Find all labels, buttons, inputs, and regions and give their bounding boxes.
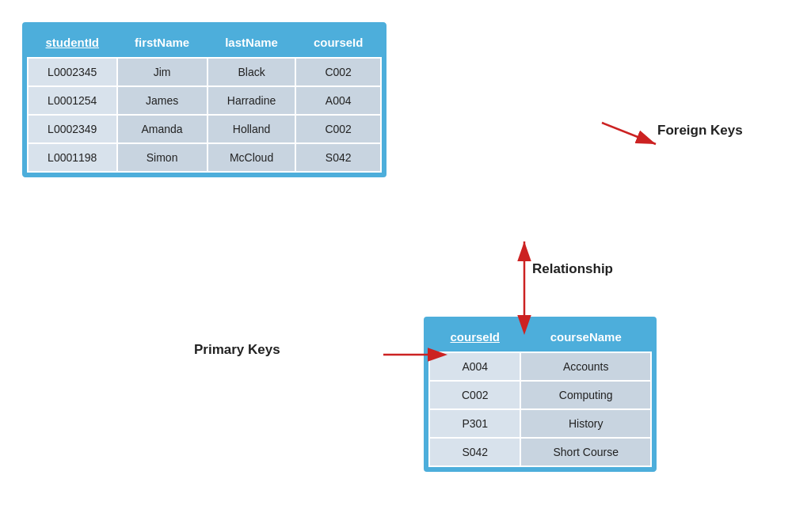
table-cell: A004 <box>429 352 520 381</box>
table-cell: Jim <box>117 58 208 86</box>
table-cell: Black <box>208 58 296 86</box>
table-cell: History <box>520 409 650 438</box>
table-row: A004Accounts <box>429 352 651 381</box>
table-cell: L0002345 <box>28 58 117 86</box>
table-cell: A004 <box>295 86 381 115</box>
table-cell: L0002349 <box>28 115 117 143</box>
table-row: L0001254JamesHarradineA004 <box>28 86 381 115</box>
diagram-container: studentId firstName lastName courseId L0… <box>0 0 811 532</box>
table-row: S042Short Course <box>429 438 651 466</box>
table-cell: Computing <box>520 381 650 409</box>
course-col-coursename: courseName <box>520 322 650 353</box>
table-cell: S042 <box>295 143 381 172</box>
relationship-label: Relationship <box>532 261 613 277</box>
course-table: courseId courseName A004AccountsC002Comp… <box>428 321 652 467</box>
table-cell: L0001198 <box>28 143 117 172</box>
table-cell: C002 <box>295 58 381 86</box>
table-cell: S042 <box>429 438 520 466</box>
table-cell: C002 <box>295 115 381 143</box>
table-cell: Holland <box>208 115 296 143</box>
student-col-studentid: studentId <box>28 28 117 59</box>
table-cell: L0001254 <box>28 86 117 115</box>
student-col-courseid: courseId <box>295 28 381 59</box>
table-cell: Amanda <box>117 115 208 143</box>
table-row: L0002349AmandaHollandC002 <box>28 115 381 143</box>
student-col-firstname: firstName <box>117 28 208 59</box>
svg-line-2 <box>602 123 656 144</box>
table-cell: McCloud <box>208 143 296 172</box>
table-cell: James <box>117 86 208 115</box>
student-table: studentId firstName lastName courseId L0… <box>27 27 382 173</box>
table-cell: C002 <box>429 381 520 409</box>
primary-keys-label: Primary Keys <box>194 342 280 358</box>
table-row: L0002345JimBlackC002 <box>28 58 381 86</box>
course-col-courseid: courseId <box>429 322 520 353</box>
table-row: L0001198SimonMcCloudS042 <box>28 143 381 172</box>
table-cell: Accounts <box>520 352 650 381</box>
table-cell: P301 <box>429 409 520 438</box>
student-col-lastname: lastName <box>208 28 296 59</box>
foreign-keys-label: Foreign Keys <box>657 123 743 139</box>
student-table-wrapper: studentId firstName lastName courseId L0… <box>22 22 386 177</box>
course-table-wrapper: courseId courseName A004AccountsC002Comp… <box>424 317 657 472</box>
table-row: C002Computing <box>429 381 651 409</box>
table-row: P301History <box>429 409 651 438</box>
table-cell: Harradine <box>208 86 296 115</box>
table-cell: Simon <box>117 143 208 172</box>
table-cell: Short Course <box>520 438 650 466</box>
